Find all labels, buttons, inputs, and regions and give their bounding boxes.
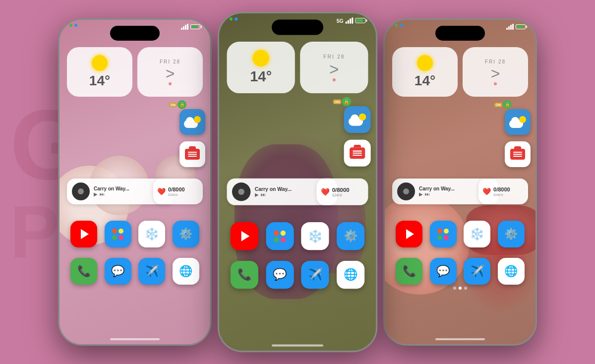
next-button[interactable]: ⏭ — [100, 191, 105, 197]
cloud-sun-2 — [359, 114, 366, 121]
status-dot-blue-3 — [400, 24, 403, 27]
youtube-play-icon-3 — [406, 229, 414, 239]
lock-badge: ON 🔒 — [169, 100, 187, 109]
signal-bar-4 — [187, 24, 188, 30]
network-label: 5G — [337, 18, 344, 23]
battery-icon — [190, 24, 200, 29]
steps-widget-3[interactable]: ❤️ 0/8000 Шаги — [478, 179, 528, 204]
steps-inner-2: ❤️ 0/8000 Шаги — [316, 186, 368, 197]
home-indicator-2 — [272, 345, 323, 347]
calendar-widget-2[interactable]: FRI 28 > — [300, 42, 368, 93]
p2-dot-4 — [281, 237, 286, 242]
phone-1-notch — [110, 26, 160, 41]
next-button-2[interactable]: ⏭ — [261, 192, 266, 197]
battery-fill-2 — [357, 19, 363, 22]
music-album-art — [72, 182, 90, 200]
cloud-puff-2 — [351, 115, 359, 123]
weather-widget[interactable]: 14° — [67, 47, 132, 97]
signal-bar-3 — [185, 25, 186, 30]
snowflake-icon: ❄️ — [144, 227, 159, 241]
cloud-weather-icon-2[interactable] — [344, 106, 371, 133]
status-dot-blue-2 — [235, 17, 238, 20]
telegram-app[interactable]: ✈️ — [138, 258, 165, 285]
cal-day: FRI 28 — [160, 59, 180, 64]
toolbox-line-1b — [353, 151, 362, 152]
steps-widget[interactable]: ❤️ 0/8000 Шаги — [153, 179, 203, 204]
play-button[interactable]: ▶ — [94, 191, 98, 197]
chrome-icon: 🌐 — [179, 265, 192, 278]
steps-widget-2[interactable]: ❤️ 0/8000 Шаги — [316, 179, 368, 205]
cal-arrow: > — [166, 65, 175, 81]
steps-inner: ❤️ 0/8000 Шаги — [153, 186, 203, 197]
messages-app-3[interactable]: 💬 — [430, 258, 457, 285]
signal-bar-1 — [346, 22, 347, 24]
messages-icon: 💬 — [111, 265, 124, 278]
octopus-app-2[interactable]: ❄️ — [301, 222, 329, 250]
signal-bar-1 — [181, 28, 182, 30]
chrome-icon-2: 🌐 — [344, 268, 357, 282]
phone-1-apps-row-1: ❄️ ⚙️ — [67, 221, 203, 247]
play-button-3[interactable]: ▶ — [419, 191, 423, 197]
youtube-app-2[interactable] — [231, 222, 258, 250]
messages-app[interactable]: 💬 — [105, 258, 131, 285]
youtube-app[interactable] — [70, 221, 97, 247]
cloud-weather-icon-3[interactable] — [505, 109, 531, 135]
play-button-2[interactable]: ▶ — [255, 192, 259, 197]
steps-count: 0/8000 — [168, 186, 185, 192]
toolbox-icon[interactable] — [179, 141, 205, 167]
weather-temp: 14° — [89, 73, 110, 89]
signal-bar-2-3 — [508, 26, 510, 30]
settings-app-3[interactable]: ⚙️ — [498, 221, 525, 247]
toolbox-line-3b — [353, 155, 362, 156]
cloud-icon-shape-3 — [509, 116, 526, 128]
phone-3: 14° FRI 28 > ON 🔒 — [383, 18, 537, 346]
cloud-puff — [186, 117, 194, 125]
youtube-app-3[interactable] — [396, 221, 422, 247]
telegram-app-3[interactable]: ✈️ — [464, 258, 490, 285]
steps-inner-3: ❤️ 0/8000 Шаги — [478, 186, 528, 197]
p3-dot-1 — [437, 229, 442, 234]
telegram-icon: ✈️ — [145, 265, 159, 278]
settings-app[interactable]: ⚙️ — [173, 221, 199, 247]
calendar-widget-3[interactable]: FRI 28 > — [463, 47, 528, 97]
toolbox-shape-2 — [350, 147, 365, 159]
phone-2-apps-row-2: 📞 💬 ✈️ 🌐 — [227, 261, 368, 289]
steps-label: Шаги — [168, 192, 185, 197]
sun-icon-2 — [253, 50, 269, 66]
page-dot-2-active — [459, 287, 462, 290]
weather-widget-3[interactable]: 14° — [392, 47, 458, 97]
palette-dots-2 — [274, 230, 286, 242]
palette-app-2[interactable] — [266, 222, 294, 250]
octopus-app[interactable]: ❄️ — [138, 221, 165, 247]
weather-widget-2[interactable]: 14° — [227, 42, 295, 93]
telegram-icon-3: ✈️ — [471, 265, 484, 278]
p2-dot-1 — [274, 230, 279, 235]
phone-app-3[interactable]: 📞 — [396, 258, 422, 285]
phone-app[interactable]: 📞 — [70, 258, 97, 285]
phones-container: 14° FRI 28 > ON 🔒 — [58, 18, 537, 346]
messages-icon-3: 💬 — [436, 265, 450, 278]
calendar-widget[interactable]: FRI 28 > — [137, 47, 203, 97]
toolbox-icon-3[interactable] — [505, 141, 531, 167]
status-left-2 — [230, 17, 238, 20]
palette-app[interactable] — [105, 221, 131, 247]
chrome-app[interactable]: 🌐 — [173, 258, 199, 285]
toolbox-icon-2[interactable] — [344, 140, 371, 167]
octopus-app-3[interactable]: ❄️ — [464, 221, 490, 247]
snowflake-icon-3: ❄️ — [470, 227, 484, 241]
chrome-app-3[interactable]: 🌐 — [498, 258, 525, 285]
youtube-play-icon-2 — [241, 231, 250, 242]
battery-fill — [191, 25, 198, 28]
weather-temp-2: 14° — [250, 68, 272, 85]
next-button-3[interactable]: ⏭ — [425, 191, 430, 197]
cloud-weather-icon[interactable] — [179, 109, 205, 135]
chrome-app-2[interactable]: 🌐 — [337, 261, 364, 289]
telegram-app-2[interactable]: ✈️ — [301, 261, 329, 289]
battery-fill-3 — [517, 25, 523, 28]
settings-app-2[interactable]: ⚙️ — [337, 222, 364, 250]
phone-app-2[interactable]: 📞 — [231, 261, 258, 289]
cal-arrow-2: > — [329, 61, 339, 77]
palette-app-3[interactable] — [430, 221, 457, 247]
messages-app-2[interactable]: 💬 — [266, 261, 294, 289]
red-flower-decor — [456, 190, 536, 314]
